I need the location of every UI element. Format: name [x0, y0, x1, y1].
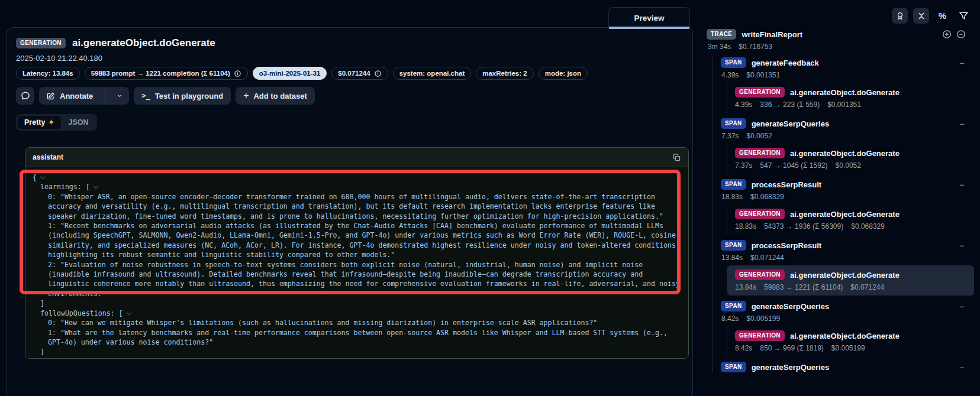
json-line: learnings: [	[33, 182, 681, 191]
span-node: SPAN generateSerpQueries − 8.42s $0.0051…	[721, 300, 976, 356]
collapse-node-icon[interactable]: −	[959, 241, 976, 250]
cost-pill: $0.071244	[331, 67, 388, 80]
generation-cost: $0.068329	[851, 222, 885, 231]
generation-node[interactable]: GENERATION ai.generateObject.doGenerate …	[727, 83, 974, 113]
copy-button[interactable]	[672, 153, 681, 162]
annotate-button[interactable]: Annotate	[39, 87, 129, 105]
generation-badge: GENERATION	[735, 209, 785, 219]
generation-badge: GENERATION	[735, 87, 785, 98]
info-icon[interactable]	[374, 70, 382, 77]
trace-meta: 3m 34s $0.716753	[707, 43, 976, 51]
trace-cost: $0.716753	[739, 43, 772, 51]
collapse-chevron-icon[interactable]	[126, 310, 131, 314]
generation-duration: 18.83s	[735, 222, 756, 231]
output-code-card: assistant { learnings: [ 0: "Whisper ASR	[25, 147, 689, 359]
collapse-all-circle-icon[interactable]	[956, 30, 966, 39]
span-badge: SPAN	[721, 362, 746, 372]
latency-pill: Latency: 13.84s	[16, 67, 80, 80]
toggle-json[interactable]: JSON	[62, 116, 95, 129]
json-line: ]	[33, 347, 681, 356]
generation-badge: GENERATION	[735, 148, 785, 158]
info-icon[interactable]	[234, 70, 241, 77]
span-cost: $0.001351	[746, 71, 780, 80]
generation-duration: 13.84s	[735, 283, 756, 292]
span-row[interactable]: SPAN processSerpResult −	[721, 178, 976, 190]
expand-all-icon[interactable]	[942, 30, 952, 39]
generation-cost: $0.0052	[836, 161, 861, 170]
generation-node-selected[interactable]: GENERATION ai.generateObject.doGenerate …	[727, 265, 974, 296]
generation-badge: GENERATION	[735, 270, 785, 280]
json-line: {	[33, 173, 681, 182]
span-cost: $0.071244	[750, 254, 784, 262]
mode-pill: mode: json	[539, 67, 588, 80]
span-duration: 8.42s	[721, 314, 739, 323]
collapse-node-icon[interactable]: −	[959, 59, 976, 67]
json-line: 2: "Evaluation of noise robustness in sp…	[33, 260, 681, 299]
percentage-view-icon[interactable]: %	[934, 8, 950, 24]
generation-cost: $0.005199	[831, 344, 865, 353]
trace-row[interactable]: TRACE writeFinalReport	[707, 28, 976, 40]
annotate-label: Annotate	[60, 92, 93, 100]
span-duration: 13.84s	[721, 254, 743, 262]
comment-button[interactable]	[16, 87, 34, 105]
span-row[interactable]: SPAN generateFeedback −	[721, 57, 976, 69]
metadata-pill-row: Latency: 13.84s 59883 prompt → 1221 comp…	[16, 67, 684, 80]
tab-preview[interactable]: Preview	[608, 7, 690, 28]
sparkles-icon: ✦	[48, 118, 54, 126]
json-line: 0: "Whisper ASR, an open-source encoder—…	[33, 192, 681, 221]
trace-tree: TRACE writeFinalReport 3m	[707, 28, 976, 378]
generation-duration: 8.42s	[735, 344, 752, 353]
span-node: SPAN processSerpResult − 18.83s $0.06832…	[721, 178, 976, 235]
span-node: SPAN processSerpResult − 13.84s $0.07124…	[721, 239, 976, 296]
span-row[interactable]: SPAN generateSerpQueries −	[721, 361, 976, 373]
sidebar-toolbar: %	[892, 8, 972, 24]
json-line: 1: "What are the latency benchmarks and …	[33, 328, 681, 348]
generation-tokens: 59883 → 1221 (Σ 61104)	[764, 283, 843, 292]
json-line: 1: "Recent benchmarks on adversarial aud…	[33, 221, 681, 260]
test-in-playground-button[interactable]: >_ Test in playground	[134, 87, 231, 105]
page-title: ai.generateObject.doGenerate	[72, 37, 215, 49]
generation-cost: $0.071244	[850, 283, 884, 292]
annotation-award-icon[interactable]	[892, 8, 908, 24]
span-cost: $0.005199	[746, 314, 780, 323]
token-usage-pill: 59883 prompt → 1221 completion (Σ 61104)	[85, 67, 248, 80]
collapse-all-icon[interactable]	[913, 8, 929, 24]
span-cost: $0.0052	[746, 132, 772, 141]
model-pill[interactable]: o3-mini-2025-01-31	[253, 67, 327, 80]
span-row[interactable]: SPAN generateSerpQueries −	[721, 300, 976, 312]
generation-node[interactable]: GENERATION ai.generateObject.doGenerate …	[727, 144, 974, 174]
json-line: followUpQuestions: [	[33, 309, 681, 318]
generation-cost: $0.001351	[827, 100, 861, 109]
annotate-dropdown[interactable]	[110, 87, 129, 105]
collapse-node-icon[interactable]: −	[959, 180, 976, 189]
toggle-pretty[interactable]: Pretty ✦	[18, 116, 61, 129]
plus-icon: +	[243, 90, 249, 101]
generation-node[interactable]: GENERATION ai.generateObject.doGenerate …	[727, 326, 974, 356]
span-row[interactable]: SPAN generateSerpQueries −	[721, 118, 976, 129]
system-pill: system: openai.chat	[393, 67, 472, 80]
filter-icon[interactable]	[956, 8, 972, 24]
collapse-chevron-icon[interactable]	[40, 174, 45, 179]
max-retries-pill: maxRetries: 2	[476, 67, 533, 80]
span-row[interactable]: SPAN processSerpResult −	[721, 239, 976, 251]
trace-name: writeFinalReport	[742, 30, 802, 39]
trace-badge: TRACE	[707, 29, 736, 40]
generation-node[interactable]: GENERATION ai.generateObject.doGenerate …	[727, 205, 974, 235]
span-node: SPAN generateSerpQueries − 7.37s $0.0052…	[721, 118, 976, 174]
trace-duration: 3m 34s	[708, 43, 731, 51]
collapse-node-icon[interactable]: −	[959, 119, 976, 128]
collapse-node-icon[interactable]: −	[959, 363, 976, 372]
json-line: 0: "How can we mitigate Whisper's limita…	[33, 318, 681, 327]
add-to-dataset-button[interactable]: + Add to dataset	[236, 87, 315, 105]
terminal-icon: >_	[141, 92, 150, 100]
generation-tokens: 547 → 1045 (Σ 1592)	[760, 161, 827, 170]
dataset-label: Add to dataset	[253, 92, 307, 100]
generation-duration: 7.37s	[735, 161, 752, 170]
observation-type-badge: GENERATION	[16, 38, 66, 48]
message-role-label: assistant	[33, 153, 63, 161]
generation-badge: GENERATION	[735, 330, 785, 341]
span-badge: SPAN	[721, 179, 746, 190]
span-duration: 7.37s	[721, 132, 739, 141]
collapse-chevron-icon[interactable]	[94, 184, 98, 189]
collapse-node-icon[interactable]: −	[959, 302, 976, 311]
